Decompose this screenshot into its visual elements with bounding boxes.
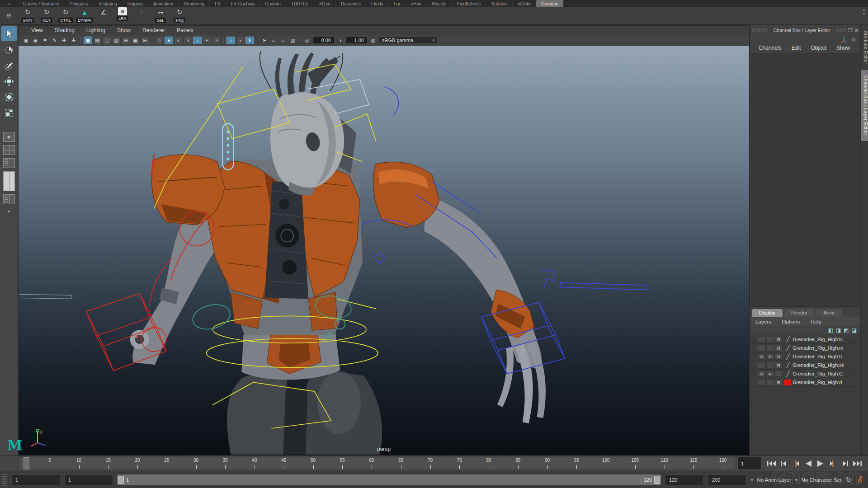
channel-box-menu[interactable]: Show — [831, 45, 855, 51]
lasso-tool[interactable] — [1, 42, 17, 57]
safe-action-icon[interactable]: ▣ — [131, 37, 140, 44]
shelf-tab[interactable]: Gnomon — [536, 0, 564, 7]
layer-playback-toggle[interactable]: P — [766, 371, 774, 377]
shadows-icon[interactable]: ☀ — [245, 37, 254, 44]
auto-keyframe-toggle-icon[interactable]: ↻ — [845, 476, 851, 484]
layer-row[interactable]: R ╱ Grenadier_Rig_High:d — [751, 378, 859, 387]
grid-toggle-icon[interactable]: ▦ — [84, 37, 92, 44]
shelf-button[interactable]: ↻ CTRL — [56, 7, 75, 23]
viewport-menu[interactable]: Show — [112, 27, 136, 33]
shelf-button[interactable]: ↻ SKIN — [18, 7, 37, 23]
default-light-icon[interactable]: ☼ — [226, 37, 235, 44]
paint-axis-icon[interactable]: ✚ — [69, 37, 78, 44]
layout-more-arrow-icon[interactable]: ▾ — [8, 209, 10, 214]
gear-icon[interactable]: ⚙ — [0, 7, 18, 24]
panel-grip[interactable] — [752, 28, 767, 32]
shelf-tab[interactable]: Dynamics — [336, 0, 366, 7]
view-transform-dropdown[interactable]: sRGB gamma ▾ — [379, 37, 437, 43]
layer-playback-toggle[interactable] — [766, 345, 774, 351]
playback-start-field[interactable]: 1 — [64, 474, 113, 485]
shelf-button[interactable]: ◌ — [132, 7, 151, 17]
sequence-icon[interactable]: ▱ — [279, 37, 288, 44]
close-icon[interactable]: ✕ — [854, 28, 859, 33]
playback-end-field[interactable]: 120 — [665, 474, 704, 485]
timeline-ruler[interactable]: 5101520253035404550556065707580859095100… — [20, 457, 735, 470]
chevron-down-icon[interactable]: ▾ — [795, 478, 797, 482]
animation-preferences-icon[interactable] — [855, 475, 864, 484]
shelf-button[interactable]: ≋ LRA — [113, 7, 132, 21]
viewport-menu[interactable]: Panels — [171, 27, 199, 33]
layer-editor-menu[interactable]: Options — [777, 319, 806, 324]
popout-icon[interactable]: ❐ — [848, 28, 853, 33]
range-slider[interactable]: 1 120 — [117, 474, 661, 485]
shelf-tab[interactable]: Curves / Surfaces — [18, 0, 64, 7]
layer-display-type-toggle[interactable]: R — [775, 353, 783, 360]
move-tool[interactable] — [1, 74, 17, 89]
speed-state-icon[interactable]: ◍ — [851, 36, 856, 42]
layer-editor-menu[interactable]: Help — [805, 319, 827, 324]
film-gate-icon[interactable]: ▤ — [93, 37, 102, 44]
viewport-canvas[interactable]: y persp — [19, 46, 749, 455]
all-lights-icon[interactable]: ◗ — [236, 37, 245, 44]
step-back-frame-button[interactable] — [778, 459, 789, 468]
layer-visibility-toggle[interactable]: V — [758, 353, 765, 360]
screen-ao-icon[interactable]: ▥ — [288, 37, 297, 44]
isolate-select-icon[interactable]: ➤ — [260, 37, 269, 44]
panel-grip[interactable] — [836, 28, 846, 32]
sidebar-vertical-tab[interactable]: Channel Box / Layer Editor — [861, 70, 868, 141]
viewport-menu[interactable]: Lighting — [81, 27, 111, 33]
layer-editor-menu[interactable]: Layers — [750, 319, 777, 324]
layout-four-pane-button[interactable] — [3, 145, 15, 155]
camera-aim-icon[interactable]: ◉ — [31, 37, 40, 44]
paint-select-tool[interactable] — [1, 58, 17, 73]
shelf-tab[interactable]: TURTLE — [286, 0, 314, 7]
smooth-shade-icon[interactable]: ● — [165, 37, 173, 44]
gamma-field[interactable]: 1.00 — [346, 37, 367, 43]
range-start-handle[interactable] — [118, 476, 124, 484]
channel-box-empty-area[interactable] — [751, 53, 859, 307]
sidebar-vertical-tab[interactable]: Attribute Editor — [861, 25, 868, 70]
bookmark-icon[interactable]: ⚑ — [41, 37, 49, 44]
viewport-menu[interactable]: Renderer — [137, 27, 170, 33]
layer-visibility-toggle[interactable] — [758, 362, 765, 368]
textured-icon[interactable]: ◒ — [193, 37, 202, 44]
step-forward-frame-button[interactable] — [840, 459, 850, 468]
layer-playback-toggle[interactable] — [766, 379, 774, 385]
shelf-tab[interactable]: FX Caching — [226, 0, 260, 7]
shelf-button[interactable]: ↻ sRig — [170, 7, 189, 23]
flat-shade-icon[interactable]: ◐ — [174, 37, 183, 44]
layout-two-pane-button[interactable] — [3, 171, 15, 191]
safe-title-icon[interactable]: ⊟ — [141, 37, 149, 44]
viewport-menu[interactable]: View — [26, 27, 48, 33]
resolution-gate-icon[interactable]: ▢ — [103, 37, 111, 44]
range-end-handle[interactable] — [654, 476, 660, 484]
layer-display-type-toggle[interactable]: R — [775, 336, 783, 343]
new-layer-selected-icon[interactable]: ◨ — [836, 327, 841, 333]
exposure-icon[interactable]: ◎ — [303, 37, 311, 44]
new-empty-layer-icon[interactable]: ◧ — [828, 327, 833, 333]
layout-outliner-persp-button[interactable] — [3, 158, 15, 168]
grease-pencil-icon[interactable]: ✎ — [50, 37, 59, 44]
wireframe-icon[interactable]: ○ — [155, 37, 164, 44]
bounding-box-icon[interactable]: ◑ — [184, 37, 192, 44]
animation-start-field[interactable]: 1 — [11, 474, 60, 485]
gate-mask-icon[interactable]: ▥ — [112, 37, 121, 44]
layer-visibility-toggle[interactable] — [758, 345, 765, 351]
layer-editor-tab[interactable]: Display — [752, 309, 783, 317]
layer-row[interactable]: R ╱ Grenadier_Rig_High:m — [751, 344, 859, 352]
channel-box-menu[interactable]: Object — [806, 45, 831, 51]
character-set-dropdown[interactable]: No Character Set — [802, 477, 842, 483]
scale-tool[interactable] — [1, 105, 17, 120]
layer-display-type-toggle[interactable]: R — [775, 362, 783, 368]
shelf-tab[interactable]: Animation — [148, 0, 179, 7]
shelf-tab[interactable]: Subdivs — [486, 0, 513, 7]
step-back-key-button[interactable] — [791, 459, 802, 468]
layer-playback-toggle[interactable] — [766, 336, 774, 343]
layer-visibility-toggle[interactable] — [758, 336, 765, 343]
layer-display-type-toggle[interactable] — [775, 371, 783, 377]
channel-box-menu[interactable]: Edit — [787, 45, 806, 51]
layer-color-swatch[interactable] — [784, 380, 791, 385]
movie-camera-icon[interactable]: ▣ — [22, 37, 30, 44]
layer-visibility-toggle[interactable] — [758, 379, 765, 385]
select-tool[interactable] — [1, 26, 17, 41]
